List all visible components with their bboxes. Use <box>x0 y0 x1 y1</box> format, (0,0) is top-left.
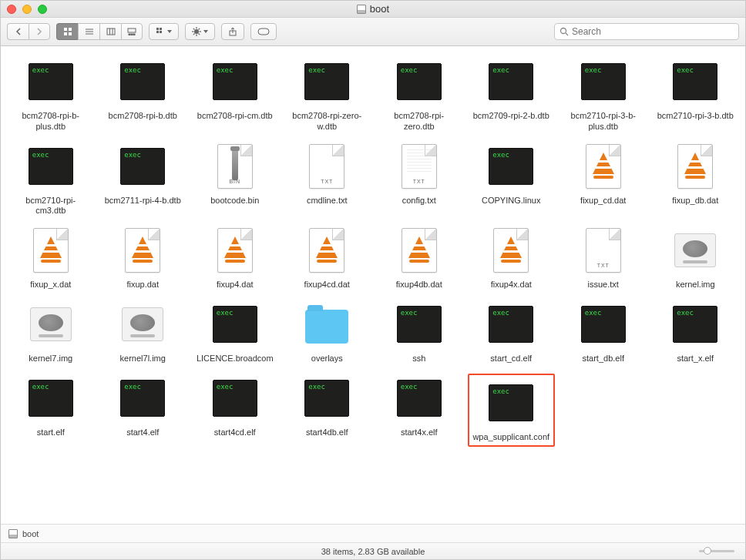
file-label: LICENCE.broadcom <box>197 354 274 364</box>
svg-rect-11 <box>129 34 130 35</box>
file-label: bcm2708-rpi-b-plus.dtb <box>12 111 89 132</box>
file-item[interactable]: bcm2709-rpi-2-b.dtb <box>468 57 556 132</box>
file-item[interactable]: TXTissue.txt <box>560 226 647 290</box>
file-label: kernel7l.img <box>120 354 166 364</box>
dat-file-icon <box>493 228 529 273</box>
file-item[interactable]: TXTcmdline.txt <box>284 142 371 217</box>
column-view-button[interactable] <box>99 23 121 40</box>
file-item[interactable]: fixup_db.dat <box>652 142 740 217</box>
dat-file-icon <box>402 228 437 273</box>
zoom-control <box>699 550 734 552</box>
exec-icon <box>213 63 257 100</box>
exec-icon <box>673 63 717 100</box>
file-label: config.txt <box>402 196 436 206</box>
gallery-view-button[interactable] <box>121 23 143 40</box>
file-item[interactable]: fixup_cd.dat <box>560 142 647 217</box>
file-item[interactable]: ssh <box>375 300 463 364</box>
file-label: kernel.img <box>676 280 715 290</box>
svg-rect-0 <box>64 28 67 31</box>
exec-icon <box>581 306 626 343</box>
path-location[interactable]: boot <box>22 529 39 538</box>
dat-file-icon <box>677 144 713 189</box>
exec-icon <box>489 63 533 100</box>
file-label: fixup_cd.dat <box>580 196 626 206</box>
forward-button[interactable] <box>29 23 50 40</box>
file-item[interactable]: bcm2710-rpi-cm3.dtb <box>7 142 95 217</box>
file-item[interactable]: bcm2708-rpi-zero-w.dtb <box>284 57 371 132</box>
file-label: issue.txt <box>588 280 619 290</box>
file-item[interactable]: kernel7.img <box>7 300 95 364</box>
file-label: ssh <box>412 354 425 364</box>
file-item[interactable]: bcm2708-rpi-b-plus.dtb <box>7 57 95 132</box>
file-item[interactable]: start_db.elf <box>560 300 647 364</box>
file-item[interactable]: bcm2711-rpi-4-b.dtb <box>99 142 187 217</box>
file-item[interactable]: bcm2708-rpi-cm.dtb <box>191 57 279 132</box>
file-icon-box <box>118 374 167 423</box>
file-item[interactable]: kernel7l.img <box>99 300 187 364</box>
file-item[interactable]: bcm2710-rpi-3-b-plus.dtb <box>560 57 647 132</box>
file-item[interactable]: BINbootcode.bin <box>191 142 279 217</box>
file-item[interactable]: kernel.img <box>652 226 740 290</box>
file-icon-box <box>302 226 351 275</box>
file-icon-box <box>670 57 720 106</box>
svg-rect-13 <box>133 34 135 35</box>
file-item[interactable]: fixup4db.dat <box>375 226 463 290</box>
zoom-slider[interactable] <box>699 550 734 552</box>
file-item[interactable]: fixup4cd.dat <box>284 226 371 290</box>
file-item[interactable]: start4x.elf <box>375 374 463 448</box>
file-label: fixup4db.dat <box>396 280 442 290</box>
svg-line-25 <box>193 34 195 35</box>
file-label: bcm2710-rpi-3-b-plus.dtb <box>565 111 642 132</box>
file-icon-box <box>486 378 536 428</box>
file-icon-box <box>670 300 720 349</box>
search-input[interactable] <box>572 26 734 37</box>
svg-line-23 <box>193 29 195 30</box>
file-item[interactable]: LICENCE.broadcom <box>191 300 279 364</box>
back-button[interactable] <box>7 23 29 40</box>
file-item[interactable]: COPYING.linux <box>468 142 556 217</box>
file-icon-box <box>395 226 444 275</box>
exec-icon <box>397 63 442 100</box>
nav-buttons <box>7 23 50 40</box>
svg-line-30 <box>566 33 568 35</box>
file-item[interactable]: bcm2710-rpi-3-b.dtb <box>652 57 740 132</box>
disk-image-icon <box>30 307 72 341</box>
file-item[interactable]: fixup_x.dat <box>7 226 95 290</box>
file-icon-box <box>395 300 444 349</box>
list-view-button[interactable] <box>78 23 99 40</box>
file-item[interactable]: bcm2708-rpi-zero.dtb <box>375 57 463 132</box>
file-icon-box: BIN <box>210 142 260 191</box>
file-item[interactable]: wpa_supplicant.conf <box>468 374 556 448</box>
file-label: bcm2710-rpi-3-b.dtb <box>657 111 734 122</box>
file-item[interactable]: bcm2708-rpi-b.dtb <box>99 57 187 132</box>
file-label: COPYING.linux <box>482 196 540 206</box>
file-item[interactable]: start_cd.elf <box>468 300 556 364</box>
icon-view-button[interactable] <box>56 23 78 40</box>
file-item[interactable]: overlays <box>284 300 371 364</box>
dat-file-icon <box>217 228 253 273</box>
svg-rect-16 <box>156 31 159 33</box>
file-item[interactable]: fixup4x.dat <box>468 226 556 290</box>
file-item[interactable]: TXTconfig.txt <box>375 142 463 217</box>
file-icon-box <box>26 300 76 349</box>
search-field[interactable] <box>554 23 739 40</box>
file-icon-box <box>486 300 536 349</box>
file-label: fixup4.dat <box>217 280 254 290</box>
tags-button[interactable] <box>250 23 277 40</box>
file-item[interactable]: start4db.elf <box>284 374 371 448</box>
svg-rect-1 <box>69 28 72 31</box>
file-grid-area[interactable]: bcm2708-rpi-b-plus.dtbbcm2708-rpi-b.dtbb… <box>1 46 745 524</box>
file-icon-box <box>486 142 536 191</box>
file-item[interactable]: start_x.elf <box>652 300 740 364</box>
arrange-button[interactable] <box>149 23 179 40</box>
share-button[interactable] <box>221 23 244 40</box>
file-item[interactable]: start.elf <box>7 374 95 448</box>
file-label: bcm2708-rpi-zero.dtb <box>381 111 458 132</box>
file-item[interactable]: fixup.dat <box>99 226 187 290</box>
file-icon-box: TXT <box>302 142 351 191</box>
file-item[interactable]: fixup4.dat <box>191 226 279 290</box>
file-label: start_cd.elf <box>490 354 532 364</box>
action-button[interactable] <box>185 23 215 40</box>
file-item[interactable]: start4.elf <box>99 374 187 448</box>
file-item[interactable]: start4cd.elf <box>191 374 279 448</box>
